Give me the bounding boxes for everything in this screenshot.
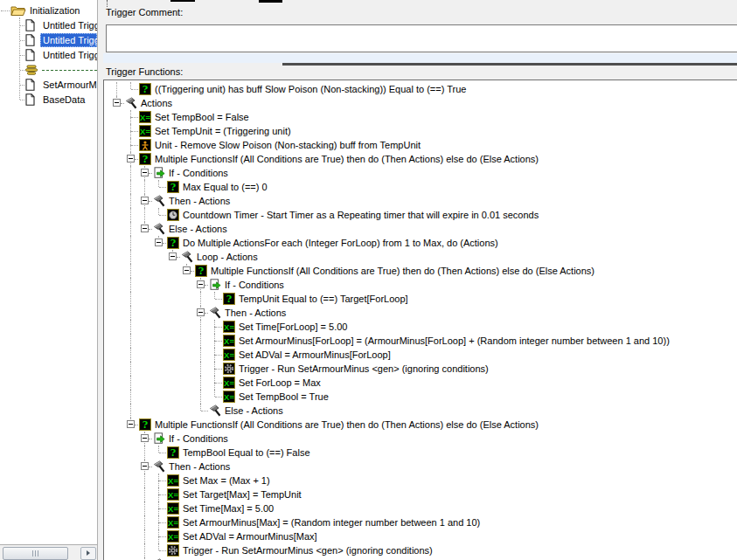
function-row[interactable]: ?((Triggering unit) has buff Slow Poison… (104, 82, 734, 96)
trigger-comment-input[interactable] (106, 24, 737, 52)
function-text: Else - Actions (169, 222, 227, 236)
scrollbar-right-button[interactable] (80, 547, 96, 560)
scroll-right-arrow-icon (87, 550, 90, 556)
function-row[interactable]: If - Conditions (104, 432, 734, 446)
trigger-item-untitled-trigge[interactable]: Untitled Trigge (0, 48, 97, 62)
expand-toggle[interactable] (141, 462, 149, 470)
function-row[interactable]: X=Set ArmourMinus[ForLoop] = (ArmourMinu… (104, 334, 734, 348)
trigger-folder-initialization[interactable]: Initialization (0, 3, 97, 17)
function-row[interactable]: ?TempBool Equal to (==) False (104, 446, 734, 460)
svg-text:X=: X= (224, 378, 234, 388)
tree-guide (20, 25, 24, 26)
tree-guide (130, 208, 131, 222)
svg-text:X=: X= (168, 518, 178, 528)
tree-guide (144, 487, 145, 501)
folder-open-icon (10, 4, 26, 17)
function-row[interactable]: Trigger - Run SetArmourMinus <gen> (igno… (104, 362, 734, 376)
function-text: Multiple FunctionsIf (All Conditions are… (155, 418, 539, 432)
set-variable-icon: X= (223, 377, 235, 389)
tree-guide (130, 390, 131, 404)
function-row[interactable]: ?TempUnit Equal to (==) Target[ForLoop] (104, 292, 734, 306)
panel-splitter[interactable] (97, 0, 103, 560)
function-row[interactable]: X=Set ForLoop = Max (104, 376, 734, 390)
function-row[interactable]: X=Set Target[Max] = TempUnit (104, 487, 734, 501)
function-text: Set TempBool = False (155, 110, 249, 124)
trigger-list-hscrollbar[interactable] (0, 544, 97, 560)
set-variable-icon: X= (223, 321, 235, 333)
svg-text:?: ? (226, 294, 232, 305)
function-row[interactable]: Trigger - Run SetArmourMinus <gen> (igno… (104, 543, 734, 557)
expand-toggle[interactable] (169, 252, 177, 260)
trigger-item-basedata[interactable]: BaseData (0, 93, 97, 107)
function-row[interactable]: Then - Actions (104, 306, 734, 320)
condition-icon: ? (167, 446, 179, 459)
function-row[interactable]: X=Set ArmourMinus[Max] = (Random integer… (104, 515, 734, 529)
expand-toggle[interactable] (141, 434, 149, 442)
function-row[interactable]: Loop - Actions (104, 250, 734, 264)
expand-toggle[interactable] (127, 155, 135, 162)
set-variable-icon: X= (167, 502, 179, 515)
expand-toggle[interactable] (141, 169, 149, 176)
trigger-separator-item[interactable] (0, 63, 97, 77)
svg-text:X=: X= (224, 322, 234, 332)
function-row[interactable]: Countdown Timer - Start Timer as a Repea… (104, 208, 734, 222)
function-row[interactable]: Then - Actions (104, 194, 734, 208)
minus-icon (115, 102, 119, 103)
function-row[interactable]: X=Set ADVal = ArmourMinus[Max] (104, 529, 734, 543)
function-row[interactable]: ?Multiple FunctionsIf (All Conditions ar… (104, 418, 734, 432)
function-text: Then - Actions (225, 306, 286, 320)
trigger-functions-tree: ?((Triggering unit) has buff Slow Poison… (103, 80, 737, 560)
trigger-item-untitled-trigge[interactable]: Untitled Trigge (0, 33, 97, 47)
scrollbar-thumb[interactable] (3, 547, 68, 560)
minus-icon (143, 200, 147, 201)
function-row[interactable]: X=Set Time[Max] = 5.00 (104, 501, 734, 515)
tree-guide (131, 145, 138, 146)
cutoff-tree-line (107, 0, 108, 7)
function-row[interactable]: Actions (104, 96, 734, 110)
tree-guide (130, 278, 131, 292)
function-row[interactable]: ?Do Multiple ActionsFor each (Integer Fo… (104, 236, 734, 250)
function-row[interactable]: ?Multiple FunctionsIf (All Conditions ar… (104, 264, 734, 278)
tree-guide (200, 334, 201, 348)
tree-guide (158, 446, 159, 453)
expand-toggle[interactable] (127, 420, 135, 428)
function-row[interactable]: ?Multiple FunctionsIf (All Conditions ar… (104, 152, 734, 166)
function-row[interactable]: Else - Actions (104, 222, 734, 236)
svg-text:X=: X= (224, 336, 234, 346)
function-row[interactable]: X=Set TempBool = False (104, 110, 734, 124)
tree-guide (144, 180, 145, 194)
tree-guide (215, 383, 222, 384)
function-row[interactable]: X=Set Max = (Max + 1) (104, 474, 734, 487)
expand-toggle[interactable] (155, 239, 163, 246)
minus-icon (129, 158, 133, 159)
tree-guide (200, 348, 201, 362)
function-row[interactable]: ?Max Equal to (==) 0 (104, 180, 734, 194)
function-row[interactable]: X=Set TempBool = True (104, 390, 734, 404)
expand-toggle[interactable] (183, 266, 191, 274)
function-row[interactable]: Else - Actions (104, 404, 734, 418)
expand-toggle[interactable] (113, 99, 121, 107)
trigger-item-untitled-trigge[interactable]: Untitled Trigge (0, 18, 97, 32)
tree-guide (158, 522, 159, 529)
horizontal-splitter[interactable] (103, 53, 737, 63)
function-row[interactable]: X=Set TempUnit = (Triggering unit) (104, 124, 734, 138)
function-row[interactable]: If - Conditions (104, 166, 734, 180)
trigger-functions-label: Trigger Functions: (106, 66, 183, 78)
tree-guide (130, 180, 131, 194)
tree-guide (131, 131, 138, 132)
svg-text:X=: X= (168, 490, 178, 500)
tree-guide (214, 376, 215, 383)
expand-toggle[interactable] (141, 225, 149, 232)
function-row[interactable]: Unit - Remove Slow Poison (Non-stacking)… (104, 138, 734, 152)
trigger-item-setarmourminu[interactable]: SetArmourMinu (0, 78, 97, 92)
function-row[interactable]: Then - Actions (104, 460, 734, 474)
function-row[interactable]: X=Set ADVal = ArmourMinus[ForLoop] (104, 348, 734, 362)
expand-toggle[interactable] (197, 308, 205, 316)
function-row[interactable]: If - Conditions (104, 278, 734, 292)
function-text: Set Target[Max] = TempUnit (183, 487, 302, 501)
expand-toggle[interactable] (141, 197, 149, 204)
trigger-item-label: Untitled Trigge (43, 48, 97, 62)
expand-toggle[interactable] (197, 280, 205, 288)
function-row[interactable]: X=Set Time[ForLoop] = 5.00 (104, 320, 734, 334)
tree-guide (159, 536, 166, 537)
